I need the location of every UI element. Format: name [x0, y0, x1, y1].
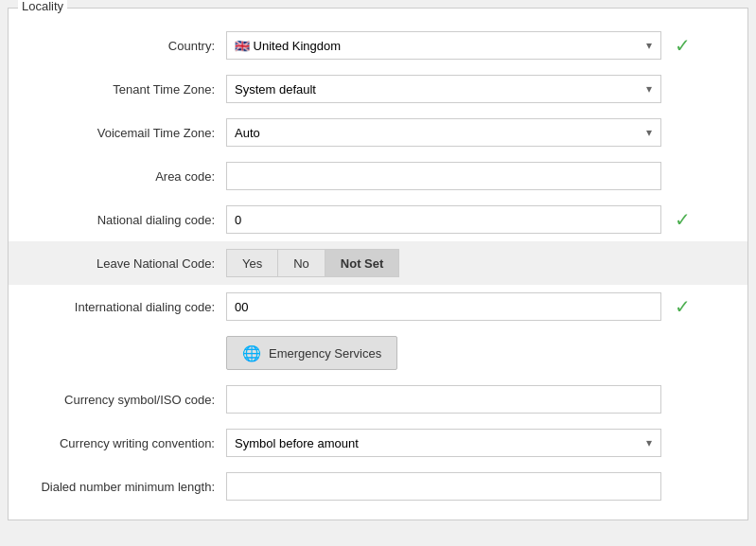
- international-dialing-label: International dialing code:: [9, 300, 226, 314]
- globe-icon: 🌐: [242, 344, 261, 362]
- country-check-icon: ✓: [675, 34, 691, 57]
- emergency-services-control-wrap: 🌐 Emergency Services: [226, 336, 736, 370]
- currency-writing-select[interactable]: Symbol before amount: [226, 429, 661, 457]
- international-dialing-check-icon: ✓: [675, 295, 691, 318]
- currency-symbol-control-wrap: [226, 385, 736, 414]
- leave-national-code-label: Leave National Code:: [9, 256, 226, 271]
- leave-national-code-row: Leave National Code: Yes No Not Set: [9, 241, 747, 285]
- leave-national-code-no-button[interactable]: No: [278, 249, 325, 277]
- dialed-number-min-length-label: Dialed number minimum length:: [9, 480, 226, 494]
- national-dialing-check-icon: ✓: [675, 208, 691, 231]
- area-code-label: Area code:: [9, 169, 226, 184]
- tenant-timezone-row: Tenant Time Zone: System default: [9, 67, 747, 111]
- national-dialing-control-wrap: ✓: [226, 205, 736, 234]
- dialed-number-min-length-input[interactable]: [226, 472, 661, 501]
- international-dialing-control-wrap: ✓: [226, 292, 736, 321]
- leave-national-code-notset-button[interactable]: Not Set: [325, 249, 400, 277]
- currency-writing-control-wrap: Symbol before amount: [226, 429, 736, 457]
- tenant-timezone-select-wrapper: System default: [226, 75, 661, 103]
- tenant-timezone-select[interactable]: System default: [226, 75, 661, 103]
- voicemail-timezone-label: Voicemail Time Zone:: [9, 126, 226, 140]
- tenant-timezone-control-wrap: System default: [226, 75, 736, 103]
- international-dialing-input[interactable]: [226, 292, 661, 321]
- voicemail-timezone-row: Voicemail Time Zone: Auto: [9, 111, 747, 154]
- area-code-input[interactable]: [226, 162, 661, 190]
- currency-symbol-label: Currency symbol/ISO code:: [9, 393, 226, 407]
- international-dialing-row: International dialing code: ✓: [9, 285, 747, 328]
- voicemail-timezone-control-wrap: Auto: [226, 118, 736, 147]
- panel-title: Locality: [18, 0, 67, 13]
- voicemail-timezone-select-wrapper: Auto: [226, 118, 661, 147]
- national-dialing-row: National dialing code: ✓: [9, 198, 747, 241]
- currency-writing-row: Currency writing convention: Symbol befo…: [9, 421, 747, 465]
- currency-symbol-input[interactable]: [226, 385, 661, 414]
- country-select-wrapper: 🇬🇧 United Kingdom: [226, 31, 661, 60]
- area-code-control-wrap: [226, 162, 736, 190]
- country-row: Country: 🇬🇧 United Kingdom ✓: [9, 24, 747, 67]
- country-label: Country:: [9, 39, 226, 53]
- area-code-row: Area code:: [9, 154, 747, 198]
- emergency-services-button-label: Emergency Services: [269, 346, 381, 361]
- emergency-services-row: 🌐 Emergency Services: [9, 328, 747, 378]
- tenant-timezone-label: Tenant Time Zone:: [9, 82, 226, 97]
- dialed-number-min-length-control-wrap: [226, 472, 736, 501]
- voicemail-timezone-select[interactable]: Auto: [226, 118, 661, 147]
- dialed-number-min-length-row: Dialed number minimum length:: [9, 465, 747, 508]
- leave-national-code-btn-group: Yes No Not Set: [226, 249, 399, 277]
- currency-writing-label: Currency writing convention:: [9, 436, 226, 450]
- national-dialing-input[interactable]: [226, 205, 661, 234]
- country-control-wrap: 🇬🇧 United Kingdom ✓: [226, 31, 736, 60]
- leave-national-code-yes-button[interactable]: Yes: [226, 249, 278, 277]
- emergency-services-button[interactable]: 🌐 Emergency Services: [226, 336, 397, 370]
- national-dialing-label: National dialing code:: [9, 213, 226, 227]
- locality-panel: Locality Country: 🇬🇧 United Kingdom ✓ Te…: [8, 8, 748, 520]
- leave-national-code-control-wrap: Yes No Not Set: [226, 249, 736, 277]
- currency-writing-select-wrapper: Symbol before amount: [226, 429, 661, 457]
- country-select[interactable]: 🇬🇧 United Kingdom: [226, 31, 661, 60]
- currency-symbol-row: Currency symbol/ISO code:: [9, 378, 747, 421]
